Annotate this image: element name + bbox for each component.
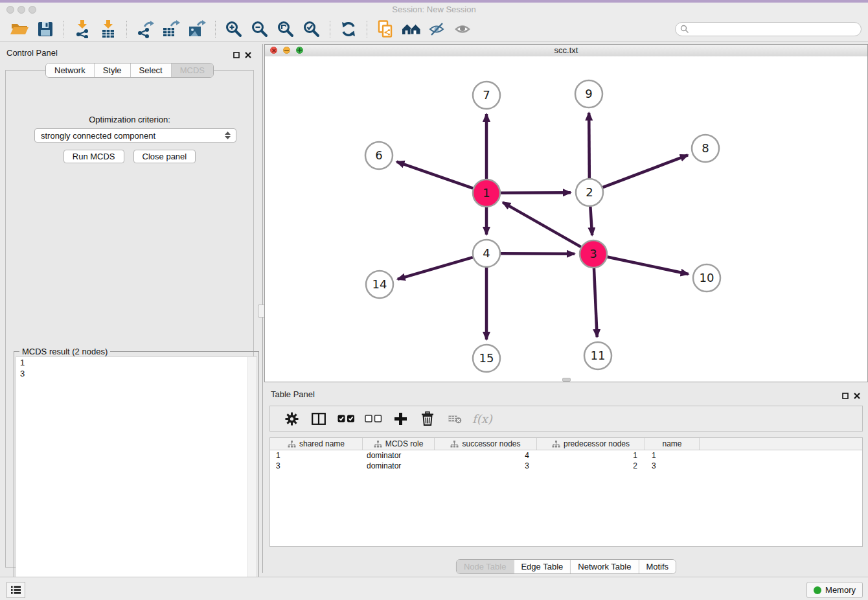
clone-network-button[interactable] xyxy=(375,19,396,40)
cell-successor-nodes[interactable]: 3 xyxy=(435,461,537,470)
network-window-resize-grip[interactable] xyxy=(562,378,571,382)
column-header-predecessor-nodes[interactable]: predecessor nodes xyxy=(537,438,645,450)
float-panel-button[interactable] xyxy=(233,49,240,61)
graph-edge-1-2[interactable] xyxy=(501,192,571,193)
cell-name[interactable]: 1 xyxy=(645,451,700,460)
graph-edge-2-3[interactable] xyxy=(590,207,592,235)
show-cytopanel-button[interactable] xyxy=(6,582,25,598)
graph-edge-4-3[interactable] xyxy=(501,253,575,254)
cell-name[interactable]: 3 xyxy=(645,461,700,470)
zoom-out-button[interactable] xyxy=(249,19,270,40)
result-scrollbar[interactable] xyxy=(247,357,257,589)
close-view-button[interactable] xyxy=(270,47,277,54)
gear-icon xyxy=(285,412,299,426)
show-columns-button[interactable] xyxy=(308,408,329,429)
vertical-splitter[interactable] xyxy=(259,44,264,573)
cell-mcds-role[interactable]: dominator xyxy=(363,461,435,470)
add-row-button[interactable] xyxy=(390,408,411,429)
network-canvas[interactable]: 7968124314101511 xyxy=(265,56,867,382)
deselect-all-rows-button[interactable] xyxy=(363,408,383,429)
column-header-name[interactable]: name xyxy=(645,438,700,450)
float-table-panel-button[interactable] xyxy=(842,390,849,402)
select-all-rows-button[interactable] xyxy=(336,408,356,429)
cell-mcds-role[interactable]: dominator xyxy=(363,451,435,460)
graph-edge-3-1[interactable] xyxy=(503,202,581,247)
import-table-button[interactable] xyxy=(98,19,119,40)
close-table-panel-button[interactable] xyxy=(854,390,860,402)
maximize-window-button[interactable] xyxy=(29,6,36,14)
memory-button[interactable]: Memory xyxy=(806,582,863,598)
zoom-in-button[interactable] xyxy=(223,19,244,40)
close-window-button[interactable] xyxy=(6,6,14,14)
app-titlebar: Session: New Session xyxy=(0,3,868,17)
zoom-selected-button[interactable] xyxy=(301,19,322,40)
export-image-icon xyxy=(188,20,206,38)
run-mcds-button[interactable]: Run MCDS xyxy=(63,150,124,163)
maximize-view-button[interactable] xyxy=(296,47,303,54)
tab-mcds[interactable]: MCDS xyxy=(171,63,213,77)
delete-rows-button[interactable] xyxy=(417,408,438,429)
column-label: MCDS role xyxy=(385,439,424,448)
column-header-successor-nodes[interactable]: successor nodes xyxy=(435,438,537,450)
graph-node-label-4: 4 xyxy=(483,246,490,260)
column-header-shared-name[interactable]: shared name xyxy=(270,438,363,450)
close-panel-button[interactable] xyxy=(245,49,251,61)
delete-table-icon xyxy=(448,414,462,424)
graph-edge-2-8[interactable] xyxy=(603,155,688,187)
minimize-view-button[interactable] xyxy=(283,47,290,54)
column-settings-button[interactable] xyxy=(281,408,302,429)
save-session-button[interactable] xyxy=(35,19,56,40)
minimize-window-button[interactable] xyxy=(17,6,25,14)
hide-selected-button[interactable] xyxy=(427,19,448,40)
cell-shared-name[interactable]: 3 xyxy=(270,461,363,470)
export-table-button[interactable] xyxy=(161,19,181,40)
app-title: Session: New Session xyxy=(0,3,868,17)
tab-network-table[interactable]: Network Table xyxy=(570,560,638,573)
graph-edge-2-9[interactable] xyxy=(589,113,589,178)
cell-successor-nodes[interactable]: 4 xyxy=(435,451,537,460)
show-all-button[interactable] xyxy=(453,19,474,40)
tab-network[interactable]: Network xyxy=(46,63,94,77)
export-image-button[interactable] xyxy=(187,19,207,40)
toolbar-separator xyxy=(63,21,64,38)
memory-status-dot xyxy=(814,586,821,594)
unchecked-boxes-icon xyxy=(365,415,382,422)
graph-edge-3-11[interactable] xyxy=(594,268,597,337)
cell-predecessor-nodes[interactable]: 2 xyxy=(537,461,645,470)
tab-select[interactable]: Select xyxy=(130,63,171,77)
function-builder-button[interactable]: f(x) xyxy=(472,412,492,426)
graph-edge-4-14[interactable] xyxy=(398,257,473,279)
open-folder-icon xyxy=(10,21,29,37)
export-network-button[interactable] xyxy=(135,19,155,40)
graph-edge-3-10[interactable] xyxy=(608,257,689,274)
delete-table-button[interactable] xyxy=(444,408,465,429)
trash-icon xyxy=(421,411,434,426)
open-session-button[interactable] xyxy=(9,19,30,40)
tab-edge-table[interactable]: Edge Table xyxy=(513,560,570,573)
table-row[interactable]: 1 dominator 4 1 1 xyxy=(270,450,862,461)
import-network-icon xyxy=(74,20,91,38)
apply-layout-button[interactable] xyxy=(338,19,359,40)
tab-motifs[interactable]: Motifs xyxy=(638,560,676,573)
mcds-result-textarea[interactable]: 1 3 xyxy=(16,356,257,590)
import-network-button[interactable] xyxy=(72,19,93,40)
tab-style[interactable]: Style xyxy=(94,63,130,77)
graph-node-label-1: 1 xyxy=(483,186,490,200)
tab-node-table[interactable]: Node Table xyxy=(457,560,514,573)
plus-icon xyxy=(394,413,407,425)
cell-predecessor-nodes[interactable]: 1 xyxy=(537,451,645,460)
search-input[interactable] xyxy=(675,22,862,36)
criterion-dropdown[interactable]: strongly connected component xyxy=(34,128,236,143)
network-window-titlebar[interactable]: scc.txt xyxy=(265,45,867,57)
graph[interactable]: 7968124314101511 xyxy=(265,56,867,381)
table-row[interactable]: 3 dominator 3 2 3 xyxy=(270,461,862,471)
graph-node-label-9: 9 xyxy=(585,87,592,100)
zoom-fit-button[interactable] xyxy=(275,19,296,40)
column-header-mcds-role[interactable]: MCDS role xyxy=(363,438,435,450)
column-label: shared name xyxy=(299,439,345,448)
first-neighbors-button[interactable] xyxy=(401,19,422,40)
checked-boxes-icon xyxy=(337,415,355,422)
cell-shared-name[interactable]: 1 xyxy=(270,451,363,460)
close-panel-button-inline[interactable]: Close panel xyxy=(133,150,196,163)
graph-edge-1-6[interactable] xyxy=(396,162,473,189)
